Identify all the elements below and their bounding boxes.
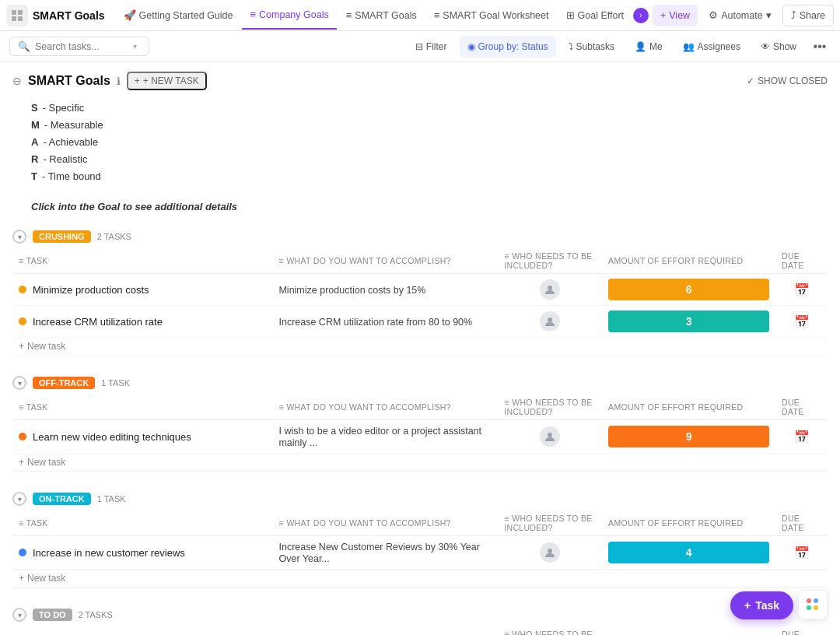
task-dot [19, 286, 26, 293]
assignees-icon: 👥 [683, 41, 695, 52]
more-tabs-btn[interactable]: › [633, 8, 649, 23]
col-task: ≡ TASK [12, 395, 272, 420]
task-what: I wish to be a video editor or a project… [278, 426, 481, 448]
show-closed-btn[interactable]: ✓ SHOW CLOSED [747, 75, 828, 86]
show-btn[interactable]: 👁 Show [753, 36, 804, 58]
me-btn[interactable]: 👤 Me [627, 36, 670, 58]
new-task-link[interactable]: + New task [19, 457, 821, 468]
col-who: ≡ WHO NEEDS TO BE INCLUDED? [498, 510, 602, 536]
tab-company-goals[interactable]: ≡ Company Goals [242, 2, 336, 30]
new-task-link[interactable]: + New task [19, 573, 821, 584]
add-task-fab[interactable]: + Task [730, 591, 793, 619]
task-name: Learn new video editing techniques [33, 431, 191, 443]
filter-btn[interactable]: ⊟ Filter [408, 36, 455, 58]
table-row[interactable]: Increase in new customer reviews Increas… [12, 536, 828, 570]
col-task: ≡ TASK [12, 248, 272, 274]
group-count-crushing: 2 TASKS [97, 232, 131, 241]
tab-smart-worksheet[interactable]: ≡ SMART Goal Worksheet [426, 2, 557, 30]
group-toggle-on-track[interactable]: ▾ [12, 492, 26, 506]
group-badge-to-do: TO DO [33, 609, 72, 621]
table-to-do: ≡ TASK ≡ WHAT DO YOU WANT TO ACCOMPLISH?… [12, 626, 828, 635]
task-name-cell: Increase CRM utilization rate [12, 306, 272, 338]
group-badge-on-track: ON-TRACK [33, 493, 91, 505]
col-task: ≡ TASK [12, 626, 272, 635]
smart-labels: S - Specific M - Measurable A - Achievab… [12, 96, 828, 198]
info-icon[interactable]: ℹ [117, 75, 121, 87]
color-picker-btn[interactable] [798, 590, 828, 619]
group-badge-crushing: CRUSHING [33, 230, 91, 243]
col-date: DUE DATE [775, 626, 828, 635]
calendar-icon[interactable]: 📅 [782, 546, 821, 560]
smart-a: A - Achievable [31, 134, 828, 151]
group-to-do: ▾ TO DO 2 TASKS ≡ TASK ≡ WHAT DO YOU WAN… [12, 603, 828, 635]
task-effort-cell: 9 [602, 420, 775, 454]
page-title: SMART Goals [28, 74, 110, 88]
svg-point-4 [548, 286, 552, 290]
task-effort-cell: 4 [602, 536, 775, 570]
search-input[interactable] [35, 41, 128, 52]
toolbar-actions: ⊟ Filter ◉ Group by: Status ⤵ Subtasks 👤… [408, 36, 831, 58]
effort-bar: 4 [608, 542, 769, 563]
table-row[interactable]: Minimize production costs Minimize produ… [12, 274, 828, 306]
goal-effort-icon: ⊞ [566, 9, 575, 21]
table-row[interactable]: Increase CRM utilization rate Increase C… [12, 306, 828, 338]
tab-goal-effort[interactable]: ⊞ Goal Effort [558, 2, 632, 30]
check-icon: ✓ [747, 75, 754, 86]
assignees-btn[interactable]: 👥 Assignees [675, 36, 748, 58]
avatar [540, 279, 560, 300]
group-toggle-to-do[interactable]: ▾ [12, 608, 26, 622]
group-off-track: ▾ OFF-TRACK 1 TASK ≡ TASK ≡ WHAT DO YOU … [12, 371, 828, 472]
click-hint: Click into the Goal to see additional de… [31, 201, 828, 212]
group-toggle-off-track[interactable]: ▾ [12, 376, 26, 390]
plus-icon: + [19, 573, 24, 584]
calendar-icon[interactable]: 📅 [782, 430, 821, 444]
effort-bar: 3 [608, 310, 769, 332]
calendar-icon[interactable]: 📅 [782, 282, 821, 297]
search-box[interactable]: 🔍 ▾ [9, 37, 149, 56]
group-by-icon: ◉ [467, 41, 475, 52]
table-row[interactable]: Learn new video editing techniques I wis… [12, 420, 828, 454]
table-crushing: ≡ TASK ≡ WHAT DO YOU WANT TO ACCOMPLISH?… [12, 248, 828, 356]
subtasks-btn[interactable]: ⤵ Subtasks [561, 36, 622, 58]
group-by-btn[interactable]: ◉ Group by: Status [460, 36, 556, 58]
smart-t: T - Time bound [31, 168, 828, 185]
col-date: DUE DATE [775, 395, 828, 420]
collapse-icon[interactable]: ⊖ [12, 75, 22, 87]
plus-icon: + [660, 10, 666, 21]
tab-getting-started[interactable]: 🚀 Getting Started Guide [116, 2, 241, 30]
task-name: Increase CRM utilization rate [33, 316, 163, 328]
smart-r: R - Realistic [31, 151, 828, 168]
new-task-btn[interactable]: + + NEW TASK [127, 72, 207, 90]
share-btn[interactable]: ⤴ Share [782, 5, 834, 26]
color-grid [807, 598, 819, 611]
task-what: Increase New Customer Reviews by 30% Yea… [278, 542, 479, 564]
tab-smart-goals[interactable]: ≡ SMART Goals [338, 2, 425, 30]
effort-bar: 9 [608, 426, 769, 447]
view-btn[interactable]: + View [653, 5, 698, 26]
color-dot-green [807, 605, 811, 610]
subtasks-icon: ⤵ [569, 41, 573, 52]
more-options-btn[interactable]: ••• [809, 36, 831, 58]
new-task-row[interactable]: + New task [12, 570, 828, 588]
task-who-cell [498, 420, 602, 454]
new-task-link[interactable]: + New task [19, 341, 821, 352]
fab-plus-icon: + [744, 599, 751, 612]
content: ⊖ SMART Goals ℹ + + NEW TASK ✓ SHOW CLOS… [0, 62, 840, 635]
group-badge-off-track: OFF-TRACK [33, 377, 95, 389]
calendar-icon[interactable]: 📅 [782, 314, 821, 329]
new-task-row[interactable]: + New task [12, 338, 828, 356]
task-name-cell: Increase in new customer reviews [12, 536, 272, 570]
search-chevron: ▾ [133, 42, 137, 51]
col-effort: AMOUNT OF EFFORT REQUIRED [602, 248, 775, 274]
group-toggle-crushing[interactable]: ▾ [12, 230, 26, 244]
svg-rect-2 [12, 16, 16, 21]
new-task-row[interactable]: + New task [12, 454, 828, 472]
color-dot-red [807, 598, 811, 603]
show-icon: 👁 [761, 41, 770, 52]
automate-btn[interactable]: ⚙ Automate ▾ [701, 5, 779, 26]
table-on-track: ≡ TASK ≡ WHAT DO YOU WANT TO ACCOMPLISH?… [12, 510, 828, 588]
col-task: ≡ TASK [12, 510, 272, 536]
col-who: ≡ WHO NEEDS TO BE INCLUDED? [498, 395, 602, 420]
task-date-cell: 📅 [775, 420, 828, 454]
share-icon: ⤴ [791, 10, 796, 21]
